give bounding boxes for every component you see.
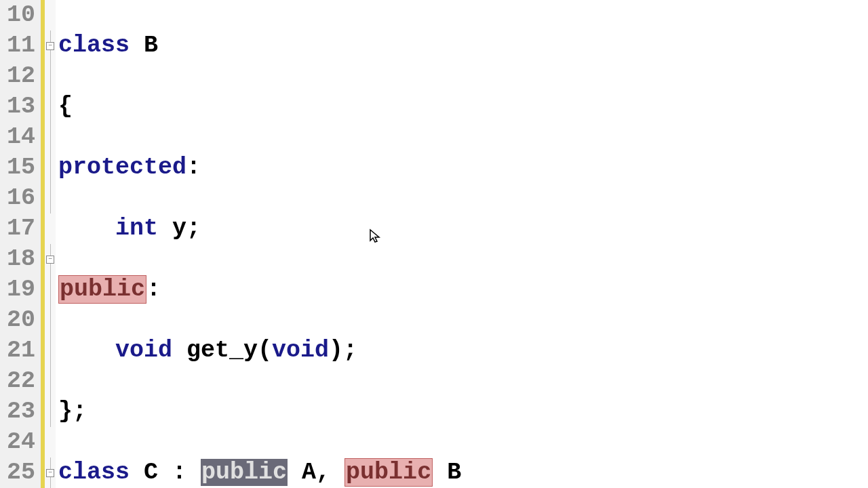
line-number: 23 xyxy=(0,396,35,427)
line-number: 15 xyxy=(0,152,35,183)
code-line: void get_y(void); xyxy=(58,336,868,366)
line-number: 11 xyxy=(0,30,35,61)
code-line: }; xyxy=(58,396,868,427)
keyword-class: class xyxy=(58,459,130,486)
keyword-int: int xyxy=(115,215,158,242)
line-number: 10 xyxy=(0,0,35,30)
keyword-void: void xyxy=(272,337,329,364)
keyword-protected: protected xyxy=(58,154,186,181)
fold-toggle-icon[interactable]: − xyxy=(46,256,54,264)
fold-toggle-icon[interactable]: − xyxy=(46,469,54,477)
line-number: 18 xyxy=(0,244,35,274)
line-number: 24 xyxy=(0,427,35,458)
keyword-class: class xyxy=(58,32,130,59)
line-number: 13 xyxy=(0,92,35,122)
line-number: 21 xyxy=(0,336,35,366)
code-line: { xyxy=(58,92,868,122)
line-number: 25 xyxy=(0,458,35,488)
line-number: 16 xyxy=(0,183,35,214)
line-number: 12 xyxy=(0,61,35,92)
line-number-gutter: 10 11 12 13 14 15 16 17 18 19 20 21 22 2… xyxy=(0,0,41,488)
line-number: 22 xyxy=(0,366,35,396)
fold-toggle-icon[interactable]: − xyxy=(46,42,54,50)
line-number: 19 xyxy=(0,274,35,305)
line-number: 14 xyxy=(0,122,35,152)
fold-column[interactable]: − − − xyxy=(45,0,56,488)
code-line: public: xyxy=(58,274,868,305)
code-line: class B xyxy=(58,30,868,61)
code-line: class C : public A, public B xyxy=(58,458,868,488)
highlight-occurrence: public xyxy=(344,458,433,487)
highlight-occurrence: public xyxy=(58,275,146,304)
code-line: int y; xyxy=(58,214,868,244)
keyword-void: void xyxy=(115,337,172,364)
line-number: 20 xyxy=(0,305,35,336)
code-line: protected: xyxy=(58,152,868,183)
line-number: 17 xyxy=(0,214,35,244)
code-editor-area[interactable]: class B { protected: int y; public: void… xyxy=(56,0,868,488)
text-selection: public xyxy=(201,459,288,486)
